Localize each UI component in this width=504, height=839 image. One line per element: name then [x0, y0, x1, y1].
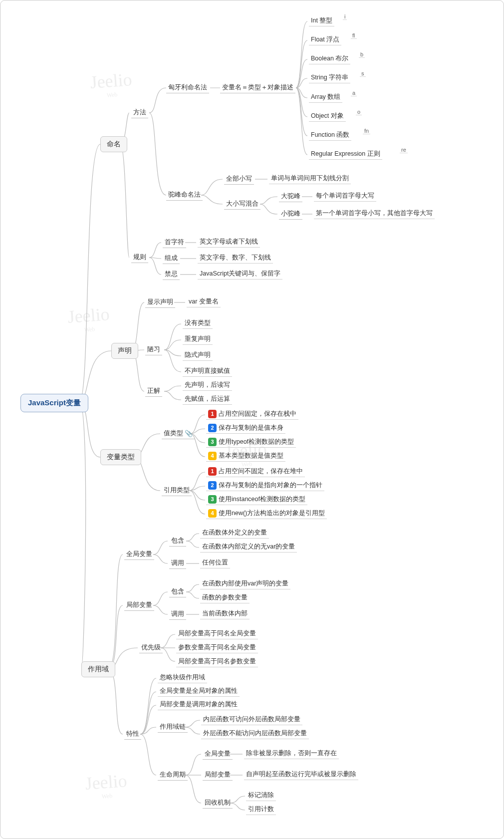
type-float: Float 浮点 — [309, 34, 341, 45]
node-vartype[interactable]: 变量类型 — [100, 449, 141, 465]
node-var-formula[interactable]: 变量名＝类型＋对象描述 — [220, 82, 295, 93]
node-ref-type[interactable]: 引用类型 — [162, 485, 192, 496]
mindmap-canvas: JeelioWeb JeelioWeb JeelioWeb JeelioWeb — [0, 0, 504, 839]
node-naming[interactable]: 命名 — [100, 136, 127, 152]
leaf-val-0: 1占用空间固定，保存在栈中 — [206, 409, 298, 420]
type-regex: Regular Expression 正则 — [309, 149, 382, 160]
leaf-bad-1: 重复声明 — [183, 334, 213, 345]
leaf-good-0: 先声明，后读写 — [183, 380, 232, 391]
node-all-lower[interactable]: 全部小写 — [224, 173, 254, 185]
leaf-good-1: 先赋值，后运算 — [183, 394, 232, 405]
attachment-icon: 📎 — [185, 430, 193, 437]
node-feature[interactable]: 特性 — [124, 728, 141, 740]
leaf-global-inc-0: 在函数体外定义的变量 — [200, 528, 269, 539]
leaf-global-call: 任何位置 — [200, 558, 230, 568]
tag-a: a — [351, 90, 357, 96]
leaf-compose-desc: 英文字母、数字、下划线 — [198, 253, 273, 264]
leaf-val-3: 4基本类型数据是值类型 — [206, 451, 285, 462]
node-rule[interactable]: 规则 — [131, 252, 148, 263]
leaf-pri-2: 局部变量高于同名参数变量 — [176, 656, 258, 667]
type-array: Array 数组 — [309, 92, 342, 103]
type-object: Object 对象 — [309, 111, 346, 122]
tag-re: re — [400, 147, 408, 153]
node-explicit[interactable]: 显示声明 — [145, 296, 175, 308]
leaf-feat-0: 忽略块级作用域 — [158, 672, 207, 683]
leaf-life-local: 自声明起至函数运行完毕或被显示删除 — [244, 769, 358, 780]
node-big-camel[interactable]: 大驼峰 — [279, 191, 302, 202]
tag-fl: fl — [351, 32, 357, 39]
leaf-chain-0: 内层函数可访问外层函数局部变量 — [201, 714, 302, 725]
leaf-big-camel-desc: 每个单词首字母大写 — [314, 191, 376, 202]
leaf-life-global: 除非被显示删除，否则一直存在 — [244, 748, 339, 759]
tag-s: s — [360, 70, 366, 77]
leaf-feat-1: 全局变量是全局对象的属性 — [158, 686, 240, 697]
leaf-ref-2: 3使用instanceof检测数据的类型 — [206, 494, 307, 505]
tag-i: i — [343, 13, 347, 20]
leaf-ref-3: 4使用new()方法构造出的对象是引用型 — [206, 508, 327, 519]
leaf-small-camel-desc: 第一个单词首字母小写，其他首字母大写 — [314, 208, 435, 219]
leaf-first-char-desc: 英文字母或者下划线 — [198, 237, 260, 248]
node-good[interactable]: 正解 — [145, 385, 162, 397]
node-first-char[interactable]: 首字符 — [163, 237, 186, 248]
leaf-ref-1: 2保存与复制的是指向对象的一个指针 — [206, 480, 324, 491]
node-scope[interactable]: 作用域 — [81, 661, 115, 677]
type-function: Function 函数 — [309, 130, 351, 141]
node-scope-chain[interactable]: 作用域链 — [158, 721, 188, 733]
node-value-type[interactable]: 值类型📎 — [162, 428, 195, 439]
type-boolean: Boolean 布尔 — [309, 53, 350, 64]
node-life-local[interactable]: 局部变量 — [203, 769, 233, 781]
node-priority[interactable]: 优先级 — [139, 642, 163, 653]
type-int: Int 整型 — [309, 15, 334, 26]
node-life-global[interactable]: 全局变量 — [203, 748, 233, 760]
leaf-local-call: 当前函数体内部 — [200, 608, 250, 619]
leaf-local-inc-1: 函数的参数变量 — [200, 592, 250, 603]
node-mixed-case[interactable]: 大小写混合 — [224, 198, 260, 210]
leaf-bad-0: 没有类型 — [183, 318, 213, 329]
node-global[interactable]: 全局变量 — [124, 549, 154, 560]
root-node[interactable]: JavaScript变量 — [20, 394, 88, 412]
node-gc[interactable]: 回收机制 — [203, 797, 233, 809]
node-declare[interactable]: 声明 — [111, 343, 138, 359]
leaf-local-inc-0: 在函数内部使用var声明的变量 — [200, 578, 290, 589]
leaf-val-2: 3使用typeof检测数据的类型 — [206, 437, 296, 448]
node-global-call[interactable]: 调用 — [169, 558, 186, 569]
tag-b: b — [359, 51, 365, 58]
leaf-pri-1: 参数变量高于同名全局变量 — [176, 642, 258, 653]
leaf-gc-1: 引用计数 — [246, 804, 276, 815]
node-hungarian[interactable]: 匈牙利命名法 — [166, 82, 209, 93]
node-method[interactable]: 方法 — [131, 107, 148, 118]
leaf-gc-0: 标记清除 — [246, 790, 276, 801]
tag-o: o — [356, 109, 362, 115]
leaf-ref-0: 1占用空间不固定，保存在堆中 — [206, 466, 305, 477]
leaf-chain-1: 外层函数不能访问内层函数局部变量 — [201, 728, 309, 739]
node-compose[interactable]: 组成 — [163, 253, 180, 264]
node-life[interactable]: 生命周期 — [158, 769, 188, 781]
node-bad[interactable]: 陋习 — [145, 344, 162, 355]
watermark: JeelioWeb — [84, 770, 128, 802]
type-string: String 字符串 — [309, 72, 350, 83]
leaf-val-1: 2保存与复制的是值本身 — [206, 423, 285, 434]
node-small-camel[interactable]: 小驼峰 — [279, 208, 302, 220]
leaf-feat-2: 局部变量是调用对象的属性 — [158, 699, 240, 710]
watermark: JeelioWeb — [89, 69, 133, 100]
node-camel[interactable]: 驼峰命名法 — [166, 189, 203, 201]
node-global-include[interactable]: 包含 — [169, 535, 186, 547]
leaf-pri-0: 局部变量高于同名全局变量 — [176, 628, 258, 639]
leaf-forbid-desc: JavaScript关键词与、保留字 — [198, 269, 282, 280]
value-type-label: 值类型 — [164, 429, 183, 437]
leaf-all-lower-desc: 单词与单词间用下划线分割 — [269, 173, 351, 184]
node-local-call[interactable]: 调用 — [169, 608, 186, 620]
leaf-bad-2: 隐式声明 — [183, 350, 213, 361]
node-local[interactable]: 局部变量 — [124, 599, 154, 611]
node-local-include[interactable]: 包含 — [169, 586, 186, 597]
leaf-explicit-desc: var 变量名 — [187, 296, 221, 307]
leaf-global-inc-1: 在函数体内部定义的无var的变量 — [200, 542, 297, 553]
watermark: JeelioWeb — [67, 303, 111, 335]
tag-fn: fn — [363, 128, 370, 134]
node-forbid[interactable]: 禁忌 — [163, 269, 180, 280]
leaf-bad-3: 不声明直接赋值 — [183, 366, 232, 377]
